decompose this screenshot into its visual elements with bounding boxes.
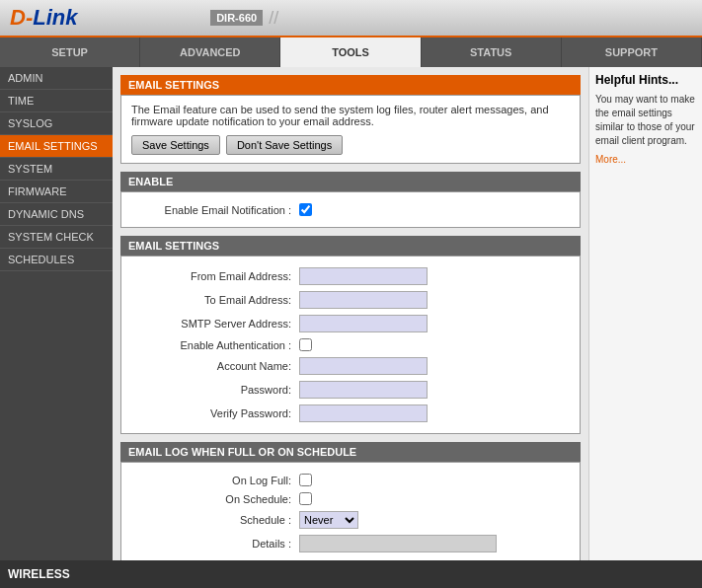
button-row: Save Settings Don't Save Settings xyxy=(131,135,570,155)
bottom-bar: WIRELESS xyxy=(0,560,702,588)
to-email-row: To Email Address: xyxy=(131,288,570,312)
enable-auth-label: Enable Authentication : xyxy=(131,339,299,351)
logo-link: Link xyxy=(33,5,77,30)
account-name-label: Account Name: xyxy=(131,360,299,372)
email-settings-intro-body: The Email feature can be used to send th… xyxy=(120,95,581,164)
model-separator: // xyxy=(269,8,278,29)
intro-text: The Email feature can be used to send th… xyxy=(131,104,570,127)
enable-auth-checkbox[interactable] xyxy=(299,338,312,351)
sidebar-item-dynamic-dns[interactable]: DYNAMIC DNS xyxy=(0,203,113,226)
to-email-input[interactable] xyxy=(299,291,428,309)
nav-tabs: SETUP ADVANCED TOOLS STATUS SUPPORT xyxy=(0,37,702,67)
from-email-label: From Email Address: xyxy=(131,270,299,282)
enable-section: ENABLE Enable Email Notification : xyxy=(120,172,581,228)
sidebar-item-firmware[interactable]: FIRMWARE xyxy=(0,181,113,203)
verify-password-input[interactable] xyxy=(299,404,428,422)
sidebar-item-system[interactable]: SYSTEM xyxy=(0,158,113,181)
help-panel: Helpful Hints... You may want to make th… xyxy=(588,67,702,560)
tab-setup[interactable]: SETUP xyxy=(0,37,140,67)
header: D-Link DIR-660 // xyxy=(0,0,702,37)
details-input: Never xyxy=(299,535,497,552)
enable-header: ENABLE xyxy=(120,172,581,191)
sidebar: ADMIN TIME SYSLOG EMAIL SETTINGS SYSTEM … xyxy=(0,67,113,560)
verify-password-row: Verify Password: xyxy=(131,402,570,425)
tab-status[interactable]: STATUS xyxy=(422,37,562,67)
email-settings-form-header: EMAIL SETTINGS xyxy=(120,236,581,256)
schedule-row: Schedule : Never xyxy=(131,508,570,532)
from-email-row: From Email Address: xyxy=(131,264,570,288)
help-title: Helpful Hints... xyxy=(595,73,696,87)
smtp-server-row: SMTP Server Address: xyxy=(131,312,570,335)
account-name-input[interactable] xyxy=(299,357,428,375)
main-container: ADMIN TIME SYSLOG EMAIL SETTINGS SYSTEM … xyxy=(0,67,702,560)
on-log-full-label: On Log Full: xyxy=(131,475,299,486)
schedule-select[interactable]: Never xyxy=(299,511,358,529)
schedule-label: Schedule : xyxy=(131,514,299,526)
password-label: Password: xyxy=(131,384,299,396)
tab-support[interactable]: SUPPORT xyxy=(562,37,702,67)
sidebar-item-email-settings[interactable]: EMAIL SETTINGS xyxy=(0,135,113,158)
enable-body: Enable Email Notification : xyxy=(120,191,581,228)
model-badge: DIR-660 xyxy=(210,10,263,26)
on-schedule-checkbox[interactable] xyxy=(299,492,312,505)
sidebar-item-time[interactable]: TIME xyxy=(0,90,113,112)
enable-auth-row: Enable Authentication : xyxy=(131,335,570,354)
email-settings-header: EMAIL SETTINGS xyxy=(120,75,581,95)
password-row: Password: xyxy=(131,378,570,402)
on-schedule-label: On Schedule: xyxy=(131,493,299,505)
email-settings-form-section: EMAIL SETTINGS From Email Address: To Em… xyxy=(120,236,581,434)
save-settings-button[interactable]: Save Settings xyxy=(131,135,220,155)
from-email-input[interactable] xyxy=(299,267,428,285)
help-text: You may want to make the email settings … xyxy=(595,93,696,148)
email-settings-form-body: From Email Address: To Email Address: SM… xyxy=(120,256,581,434)
tab-tools[interactable]: TOOLS xyxy=(280,37,421,67)
bottom-bar-label: WIRELESS xyxy=(8,567,70,581)
account-name-row: Account Name: xyxy=(131,354,570,378)
logo-d: D- xyxy=(10,5,33,30)
enable-notification-label: Enable Email Notification : xyxy=(131,204,299,216)
password-input[interactable] xyxy=(299,381,428,399)
sidebar-item-system-check[interactable]: SYSTEM CHECK xyxy=(0,226,113,249)
smtp-server-input[interactable] xyxy=(299,315,428,332)
enable-notification-checkbox[interactable] xyxy=(299,203,312,216)
enable-notification-row: Enable Email Notification : xyxy=(131,200,570,219)
email-log-section: EMAIL LOG WHEN FULL OR ON SCHEDULE On Lo… xyxy=(120,442,581,560)
email-log-body: On Log Full: On Schedule: Schedule : Nev… xyxy=(120,462,581,560)
email-log-header: EMAIL LOG WHEN FULL OR ON SCHEDULE xyxy=(120,442,581,462)
details-label: Details : xyxy=(131,538,299,550)
on-log-full-row: On Log Full: xyxy=(131,471,570,489)
email-settings-top-section: EMAIL SETTINGS The Email feature can be … xyxy=(120,75,581,164)
on-log-full-checkbox[interactable] xyxy=(299,474,312,486)
content-area: EMAIL SETTINGS The Email feature can be … xyxy=(113,67,588,560)
to-email-label: To Email Address: xyxy=(131,294,299,306)
sidebar-item-syslog[interactable]: SYSLOG xyxy=(0,112,113,135)
logo: D-Link xyxy=(10,5,77,31)
help-more-link[interactable]: More... xyxy=(595,154,696,165)
on-schedule-row: On Schedule: xyxy=(131,489,570,508)
smtp-server-label: SMTP Server Address: xyxy=(131,318,299,330)
sidebar-item-schedules[interactable]: SCHEDULES xyxy=(0,249,113,271)
sidebar-item-admin[interactable]: ADMIN xyxy=(0,67,113,90)
details-row: Details : Never xyxy=(131,532,570,555)
dont-save-settings-button[interactable]: Don't Save Settings xyxy=(226,135,343,155)
logo-area: D-Link DIR-660 // xyxy=(10,5,278,31)
tab-advanced[interactable]: ADVANCED xyxy=(140,37,280,67)
verify-password-label: Verify Password: xyxy=(131,407,299,419)
